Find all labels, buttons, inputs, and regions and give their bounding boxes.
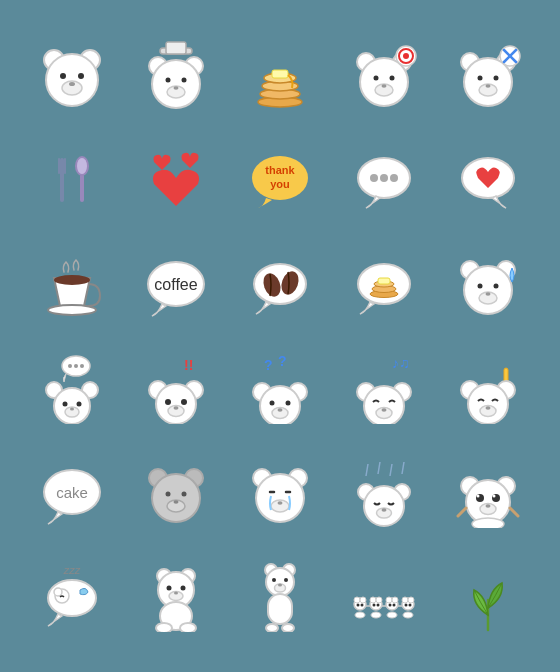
sticker-r1c4[interactable] <box>334 26 434 126</box>
svg-point-186 <box>393 604 396 607</box>
sticker-r6c1[interactable]: zzz <box>22 546 122 646</box>
svg-line-146 <box>458 508 466 516</box>
svg-point-193 <box>371 612 381 618</box>
svg-rect-20 <box>272 70 288 78</box>
svg-point-120 <box>182 492 187 497</box>
sticker-r6c3[interactable] <box>230 546 330 646</box>
sticker-r4c1[interactable] <box>22 338 122 438</box>
svg-point-145 <box>472 518 504 528</box>
svg-point-194 <box>387 612 397 618</box>
sticker-r6c5[interactable] <box>438 546 538 646</box>
svg-point-133 <box>364 486 404 526</box>
svg-line-129 <box>390 464 392 476</box>
svg-line-130 <box>402 462 404 474</box>
svg-point-2 <box>46 54 98 106</box>
svg-point-160 <box>156 623 172 632</box>
svg-point-124 <box>256 474 304 522</box>
sticker-r2c4[interactable] <box>334 130 434 230</box>
svg-point-77 <box>80 364 84 368</box>
svg-point-179 <box>376 597 382 603</box>
sticker-grid: thank you <box>6 10 554 662</box>
svg-point-47 <box>77 158 87 174</box>
sticker-r3c5[interactable] <box>438 234 538 334</box>
sticker-r2c2[interactable] <box>126 130 226 230</box>
sticker-r2c5[interactable] <box>438 130 538 230</box>
sticker-r1c5[interactable] <box>438 26 538 126</box>
sticker-r6c4[interactable] <box>334 546 434 646</box>
svg-point-175 <box>357 604 360 607</box>
svg-point-57 <box>48 305 96 315</box>
svg-point-90 <box>165 399 171 405</box>
svg-point-82 <box>63 402 68 407</box>
svg-point-184 <box>392 597 398 603</box>
svg-point-121 <box>174 500 179 504</box>
svg-point-113 <box>486 406 491 410</box>
svg-line-147 <box>510 508 518 516</box>
sticker-r4c3[interactable]: ? ? <box>230 338 330 438</box>
svg-point-189 <box>408 597 414 603</box>
svg-point-170 <box>266 624 278 632</box>
svg-rect-43 <box>64 158 66 174</box>
sticker-r4c4[interactable]: ♪♫ <box>334 338 434 438</box>
svg-text:thank: thank <box>265 164 295 176</box>
svg-point-143 <box>493 495 496 498</box>
svg-point-73 <box>486 292 491 296</box>
svg-point-167 <box>284 578 288 582</box>
svg-point-135 <box>382 508 387 512</box>
svg-point-157 <box>181 586 186 591</box>
svg-point-111 <box>468 384 508 424</box>
svg-line-128 <box>378 462 380 474</box>
svg-point-75 <box>68 364 72 368</box>
svg-point-52 <box>370 174 378 182</box>
svg-point-158 <box>174 592 178 595</box>
svg-point-183 <box>386 597 392 603</box>
sticker-r2c1[interactable] <box>22 130 122 230</box>
svg-point-26 <box>390 76 395 81</box>
sticker-r6c2[interactable] <box>126 546 226 646</box>
svg-point-191 <box>409 604 412 607</box>
sticker-r1c2[interactable] <box>126 26 226 126</box>
sticker-r4c2[interactable]: !! <box>126 338 226 438</box>
svg-point-107 <box>382 408 387 412</box>
svg-text:you: you <box>270 178 290 190</box>
svg-point-5 <box>78 73 84 79</box>
svg-rect-45 <box>80 174 84 202</box>
svg-text:!!: !! <box>184 357 193 373</box>
svg-point-178 <box>370 597 376 603</box>
cake-text: cake <box>56 484 88 501</box>
svg-point-151 <box>54 588 62 596</box>
sticker-r5c1[interactable]: cake <box>22 442 122 542</box>
sticker-r3c1[interactable] <box>22 234 122 334</box>
svg-point-99 <box>270 401 275 406</box>
svg-point-190 <box>405 604 408 607</box>
sticker-r5c4[interactable] <box>334 442 434 542</box>
svg-point-15 <box>174 86 179 90</box>
svg-point-166 <box>272 578 276 582</box>
sticker-r2c3[interactable]: thank you <box>230 130 330 230</box>
sticker-r5c3[interactable] <box>230 442 330 542</box>
svg-point-30 <box>403 53 409 59</box>
svg-rect-41 <box>60 158 64 202</box>
svg-point-13 <box>166 78 171 83</box>
svg-point-27 <box>382 84 387 88</box>
svg-text:zzz: zzz <box>63 564 81 576</box>
sticker-r1c1[interactable] <box>22 26 122 126</box>
svg-point-4 <box>60 73 66 79</box>
svg-point-84 <box>70 408 74 411</box>
svg-point-192 <box>355 612 365 618</box>
svg-point-71 <box>478 284 483 289</box>
svg-point-181 <box>377 604 380 607</box>
sticker-r5c2[interactable] <box>126 442 226 542</box>
svg-point-53 <box>380 174 388 182</box>
svg-point-69 <box>464 266 512 314</box>
sticker-r3c4[interactable] <box>334 234 434 334</box>
sticker-r1c3[interactable] <box>230 26 330 126</box>
sticker-r4c5[interactable] <box>438 338 538 438</box>
svg-point-173 <box>354 597 360 603</box>
svg-rect-169 <box>268 594 292 624</box>
svg-point-36 <box>494 76 499 81</box>
sticker-r3c3[interactable] <box>230 234 330 334</box>
svg-point-171 <box>282 624 294 632</box>
sticker-r3c2[interactable]: coffee <box>126 234 226 334</box>
sticker-r5c5[interactable] <box>438 442 538 542</box>
